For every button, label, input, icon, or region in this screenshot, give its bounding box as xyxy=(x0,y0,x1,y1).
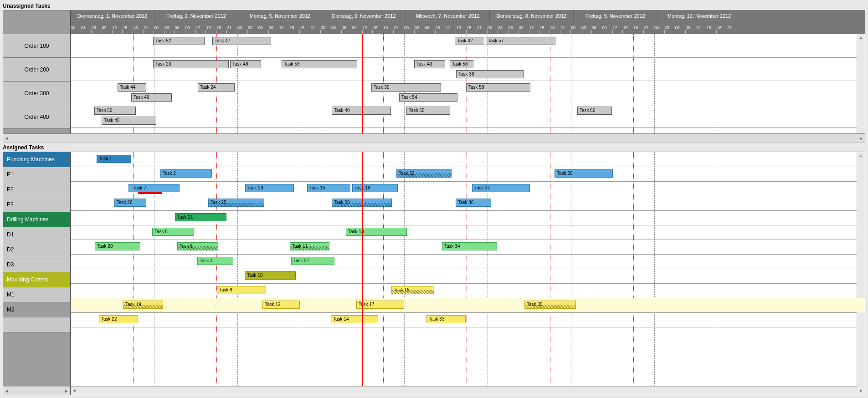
assigned-task[interactable]: Task 32 xyxy=(396,169,452,178)
hour-tick: 15 xyxy=(706,22,711,34)
assigned-task[interactable]: Task 20 xyxy=(95,242,140,250)
hour-tick: 21 xyxy=(394,22,398,34)
unassigned-task[interactable]: Task 53 xyxy=(282,60,357,68)
scroll-left-icon[interactable]: ◂ xyxy=(3,135,10,141)
resource-row-header[interactable]: Drilling Machines xyxy=(3,212,70,227)
unassigned-task[interactable]: Task 47 xyxy=(212,37,271,45)
unassigned-task[interactable]: Task 42 xyxy=(455,37,484,45)
assigned-task[interactable]: Task 35 xyxy=(524,301,576,309)
unassigned-task[interactable]: Task 58 xyxy=(450,60,473,68)
hour-tick: 09 xyxy=(102,22,107,34)
hour-tick: 15 xyxy=(289,22,294,34)
unassigned-task[interactable]: Task 38 xyxy=(456,70,524,78)
hour-tick: 09 xyxy=(686,22,690,34)
corner-blank xyxy=(3,10,70,34)
unassigned-chart-area[interactable]: Task 52Task 47Task 42Task 57Task 23Task … xyxy=(71,34,865,133)
hour-tick: 06 xyxy=(508,22,513,34)
hour-tick: 00 xyxy=(154,22,159,34)
unassigned-task[interactable]: Task 49 xyxy=(131,93,172,102)
hour-tick: 18 xyxy=(550,22,555,34)
resource-row-header[interactable]: D1 xyxy=(3,227,70,242)
assigned-task[interactable]: Task 8 xyxy=(152,228,194,236)
assigned-task[interactable]: Task 29 xyxy=(245,184,294,192)
unassigned-task[interactable]: Task 57 xyxy=(486,37,555,45)
resource-row-header[interactable]: P2 xyxy=(3,182,70,197)
assigned-task[interactable]: Task 7 xyxy=(131,184,180,192)
scroll-up-icon[interactable]: ▴ xyxy=(857,152,865,159)
assigned-timeline[interactable]: Task 1Task 2Task 32Task 30Task 5Task 7Ta… xyxy=(71,152,865,395)
assigned-task[interactable]: Task 10 xyxy=(245,271,296,280)
hour-tick: 00 xyxy=(571,22,575,34)
assigned-task[interactable]: Task 21 xyxy=(175,213,226,221)
hour-tick: 03 xyxy=(248,22,252,34)
resource-row-header[interactable]: M1 xyxy=(3,287,70,302)
order-row-header[interactable]: Order 200 xyxy=(3,58,70,82)
left-hscroll-bottom[interactable]: ◂ ▸ xyxy=(3,386,70,395)
resource-row-header[interactable] xyxy=(3,317,70,332)
assigned-task[interactable]: Task 11 xyxy=(290,242,329,250)
assigned-task[interactable]: Task 30 xyxy=(555,169,613,178)
assigned-task[interactable]: Task 22 xyxy=(99,315,138,323)
order-row-header[interactable]: Order 100 xyxy=(3,34,70,58)
scroll-up-icon[interactable]: ▴ xyxy=(857,34,865,41)
unassigned-task[interactable]: Task 24 xyxy=(198,83,235,92)
assigned-task[interactable]: Task 19 xyxy=(123,301,163,309)
hour-tick: 15 xyxy=(206,22,211,34)
unassigned-task[interactable]: Task 54 xyxy=(399,93,457,102)
scroll-left-icon[interactable]: ◂ xyxy=(3,388,10,394)
hscroll[interactable]: ◂ ▸ xyxy=(71,386,865,395)
assigned-task[interactable]: Task 1 xyxy=(97,155,131,163)
assigned-task[interactable]: Task 26 xyxy=(114,199,146,207)
hour-tick: 03 xyxy=(415,22,419,34)
hour-tick: 09 xyxy=(519,22,524,34)
unassigned-task[interactable]: Task 60 xyxy=(577,107,612,115)
assigned-task[interactable]: Task 12 xyxy=(262,301,300,309)
assigned-task[interactable]: Task 17 xyxy=(356,301,404,309)
resource-row-header[interactable]: Moulding Cutters xyxy=(3,272,70,287)
unassigned-task[interactable]: Task 39 xyxy=(371,83,441,92)
left-hscroll[interactable]: ◂ ▸ xyxy=(3,134,865,143)
assigned-task[interactable]: Task 6 xyxy=(177,242,218,250)
scroll-right-icon[interactable]: ▸ xyxy=(63,388,70,394)
assigned-task[interactable]: Task 34 xyxy=(442,242,497,250)
assigned-task[interactable]: Task 37 xyxy=(472,184,530,192)
unassigned-timeline[interactable]: Donnerstag, 1. November 2012Freitag, 2. … xyxy=(71,10,865,133)
resource-row-header[interactable]: P1 xyxy=(3,167,70,182)
unassigned-task[interactable]: Task 43 xyxy=(414,60,445,68)
unassigned-task[interactable]: Task 40 xyxy=(332,107,391,115)
unassigned-task[interactable]: Task 55 xyxy=(406,107,450,115)
resource-row-header[interactable]: D3 xyxy=(3,257,70,272)
vscroll[interactable]: ▴ xyxy=(857,34,865,133)
assigned-task[interactable]: Task 25 xyxy=(208,199,264,207)
assigned-task[interactable]: Task 33 xyxy=(426,315,466,323)
assigned-task[interactable]: Task 14 xyxy=(331,315,378,323)
unassigned-task[interactable]: Task 50 xyxy=(94,107,136,115)
unassigned-task[interactable]: Task 48 xyxy=(230,60,261,68)
resource-row-header[interactable]: D2 xyxy=(3,242,70,257)
assigned-task[interactable]: Task 2 xyxy=(160,169,212,178)
assigned-task[interactable]: Task 16 xyxy=(391,286,434,294)
resource-row-header[interactable]: M2 xyxy=(3,302,70,317)
resource-row-header[interactable]: P3 xyxy=(3,197,70,212)
assigned-task[interactable]: Task 27 xyxy=(291,257,334,265)
scroll-right-icon[interactable]: ▸ xyxy=(858,135,865,141)
assigned-task[interactable]: Task 13 xyxy=(346,228,407,236)
assigned-task[interactable]: Task 4 xyxy=(197,257,233,265)
unassigned-task[interactable]: Task 45 xyxy=(102,117,156,125)
assigned-task[interactable]: Task 36 xyxy=(456,199,491,207)
order-row-header[interactable]: Order 400 xyxy=(3,105,70,129)
assigned-task[interactable]: Task 9 xyxy=(217,286,266,294)
scroll-right-icon[interactable]: ▸ xyxy=(858,387,865,395)
unassigned-task[interactable]: Task 23 xyxy=(153,60,229,68)
order-row-header[interactable]: Order 300 xyxy=(3,82,70,105)
scroll-left-icon[interactable]: ◂ xyxy=(71,387,78,395)
assigned-chart-area[interactable]: Task 1Task 2Task 32Task 30Task 5Task 7Ta… xyxy=(71,152,865,386)
unassigned-task[interactable]: Task 52 xyxy=(153,37,205,45)
unassigned-task[interactable]: Task 44 xyxy=(118,83,146,92)
assigned-task[interactable]: Task 18 xyxy=(352,184,398,192)
unassigned-task[interactable]: Task 59 xyxy=(466,83,530,92)
resource-row-header[interactable]: Punching Machines xyxy=(3,152,70,167)
assigned-task[interactable]: Task 15 xyxy=(307,184,350,192)
vscroll[interactable]: ▴ xyxy=(857,152,865,387)
assigned-task[interactable]: Task 28 xyxy=(332,199,392,207)
